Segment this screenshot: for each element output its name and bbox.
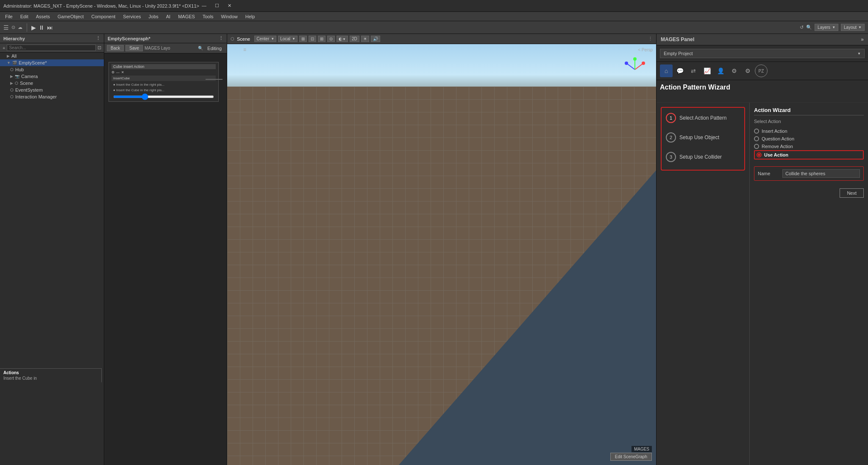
settings-nav-icon[interactable]: ⚙ [741,64,754,77]
menu-file[interactable]: File [2,13,16,20]
menu-gameobject[interactable]: GameObject [54,13,87,20]
wizard-action-panel: Action Wizard Select Action Insert Actio… [750,103,868,465]
mages-nav-row: ⌂ 💬 ⇄ 📈 👤 ⚙ ⚙ PZ [657,62,868,80]
scene-tab-label[interactable]: Scene [237,36,250,42]
radio-use[interactable]: Use Action [754,150,864,160]
sg-node-action2: ● Insert the Cube in the right pla... [111,87,216,93]
menu-tools[interactable]: Tools [199,13,217,20]
audio-icon[interactable]: 🔊 [371,36,380,42]
share-nav-icon[interactable]: ⇄ [687,64,700,77]
chart-nav-icon[interactable]: 📈 [701,64,713,77]
scene-options-icon[interactable]: ⋮ [648,36,653,42]
sg-node-slider [111,94,216,100]
cloud-icon[interactable]: ☁ [18,25,22,30]
eventsystem-icon: ⬡ [10,88,14,92]
minimize-button[interactable]: — [199,2,209,9]
transform-icon[interactable]: ⊞ [318,36,326,42]
pause-button[interactable]: ⏸ [39,24,45,31]
speech-nav-icon[interactable]: 💬 [673,64,686,77]
hierarchy-title: Hierarchy [3,36,25,41]
sg-node-minimize-icon[interactable]: — [116,70,120,74]
render-dropdown[interactable]: ◐▼ [337,36,348,42]
sg-node-slider-input[interactable] [113,95,214,98]
sg-node-cube[interactable]: Cube Insert Action ⚙ — ✕ InsertCube ● In… [108,62,219,102]
menu-help[interactable]: Help [242,13,259,20]
hierarchy-item-hub[interactable]: ⬡ Hub [0,66,104,73]
hierarchy-item-camera[interactable]: ▶ 📷 Camera [0,73,104,80]
interactionmanager-label: Interaction Manager [15,94,57,99]
scenegraph-title: EmptyScenegraph* [108,36,150,41]
radio-dot-remove [754,144,759,149]
mages-panel-expand-icon[interactable]: » [861,36,864,42]
mages-panel-title: MAGES Panel [661,36,694,42]
back-button[interactable]: Back [107,45,124,51]
menu-assets[interactable]: Assets [33,13,53,20]
next-button[interactable]: Next [840,188,864,198]
sg-node-settings-icon[interactable]: ⚙ [111,70,114,74]
play-button[interactable]: ▶ [31,24,36,31]
save-button[interactable]: Save [125,45,143,51]
menu-mages[interactable]: MAGES [175,13,198,20]
grid-icon[interactable]: ⊞ [299,36,307,42]
emptyscene-arrow: ▼ [7,61,11,65]
project-dropdown[interactable]: Empty Project ▼ [660,49,865,58]
radio-dot-insert [754,129,759,134]
render-icon[interactable]: ⊙ [327,36,335,42]
hierarchy-search-input[interactable] [7,45,96,51]
scenegraph-header: EmptyScenegraph* ⋮ [104,34,227,43]
person-nav-icon[interactable]: 👤 [714,64,727,77]
radio-remove[interactable]: Remove Action [754,143,864,150]
hierarchy-panel: Hierarchy ⋮ + ⊡ ▶ All ▼ 🎬 EmptyScene* ⬡ … [0,34,104,465]
name-input[interactable] [782,169,860,178]
edit-scenegraph-button[interactable]: Edit SceneGraph [610,453,652,461]
scene-label: Scene [20,81,33,86]
radio-insert[interactable]: Insert Action [754,127,864,135]
menu-jobs[interactable]: Jobs [145,13,162,20]
hierarchy-item-all[interactable]: ▶ All [0,53,104,59]
layers-dropdown[interactable]: Layers ▼ [815,24,838,31]
menu-ai[interactable]: AI [163,13,174,20]
radio-question[interactable]: Question Action [754,135,864,143]
sg-node-insert-label: InsertCube [111,76,216,81]
home-nav-icon[interactable]: ⌂ [660,64,673,77]
gear-nav-icon[interactable]: ⚙ [728,64,740,77]
hamburger-icon[interactable]: ☰ [3,24,9,31]
maximize-button[interactable]: ☐ [212,2,222,9]
menu-component[interactable]: Component [88,13,119,20]
snap-icon[interactable]: ⊡ [309,36,316,42]
scene-obj-icon: ⬡ [15,81,18,85]
menubar: File Edit Assets GameObject Component Se… [0,12,868,21]
radio-dot-question [754,136,759,141]
search-sg-icon[interactable]: 🔍 [198,46,203,50]
scene-arrow: ▶ [10,81,13,85]
step-button[interactable]: ⏭ [47,24,53,31]
lighting-icon[interactable]: ☀ [361,36,369,42]
menu-window[interactable]: Window [218,13,241,20]
hierarchy-item-emptyscene[interactable]: ▼ 🎬 EmptyScene* [0,59,104,66]
hierarchy-item-scene[interactable]: ▶ ⬡ Scene [0,80,104,87]
local-dropdown[interactable]: Local▼ [278,36,298,42]
close-button[interactable]: ✕ [225,2,234,9]
mode-2d[interactable]: 2D [350,36,359,42]
pz-nav-icon[interactable]: PZ [755,64,768,77]
center-dropdown[interactable]: Center▼ [254,36,276,42]
scene-icon-header: ⬡ [231,36,234,41]
menu-edit[interactable]: Edit [17,13,32,20]
step-1-circle: 1 [666,113,676,123]
scenegraph-options-icon[interactable]: ⋮ [219,36,223,41]
hierarchy-item-interactionmanager[interactable]: ⬡ Interaction Manager [0,93,104,100]
step-3-circle: 3 [666,152,676,162]
sg-node-close-icon[interactable]: ✕ [121,70,124,74]
menu-services[interactable]: Services [120,13,144,20]
scene-menu-icon[interactable]: ≡ [243,47,246,53]
add-hierarchy-button[interactable]: + [3,45,5,50]
refresh-icon[interactable]: ↺ [800,25,804,30]
unity-account-icon[interactable]: ⊙ [11,25,15,30]
step-3-label: Setup Use Collider [679,154,722,160]
wizard-border: 1 Select Action Pattern 2 Setup Use Obje… [661,107,745,171]
layout-dropdown[interactable]: Layout ▼ [841,24,865,31]
search-icon[interactable]: 🔍 [806,25,812,30]
hierarchy-options-icon[interactable]: ⋮ [96,36,100,41]
hierarchy-filter-icon[interactable]: ⊡ [97,45,101,50]
hierarchy-item-eventsystem[interactable]: ⬡ EventSystem [0,87,104,93]
